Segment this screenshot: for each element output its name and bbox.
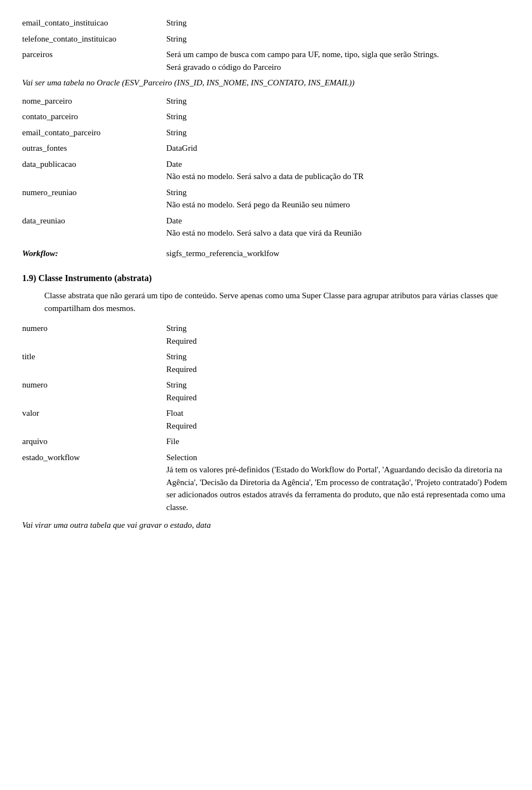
- title-required: Required: [166, 363, 510, 376]
- section-desc: Classe abstrata que não gerará um tipo d…: [44, 289, 510, 314]
- oracle-italic-line: Vai ser uma tabela no Oracle (ESV_Parcei…: [22, 77, 510, 89]
- field-outras-fontes: outras_fontes DataGrid: [22, 142, 510, 155]
- workflow-label: Workflow:: [22, 247, 166, 260]
- field-title: title String Required: [22, 350, 510, 375]
- field-name-contato-parceiro: contato_parceiro: [22, 110, 166, 123]
- field-email-contato-instituicao: email_contato_instituicao String: [22, 17, 510, 29]
- field-name-estado-workflow: estado_workflow: [22, 451, 166, 464]
- field-valor: valor Float Required: [22, 407, 510, 432]
- field-name-numero-reuniao: numero_reuniao: [22, 186, 166, 199]
- field-name-email-parceiro: email_contato_parceiro: [22, 126, 166, 139]
- numero-2-required: Required: [166, 391, 510, 404]
- field-type-outras-fontes: DataGrid: [166, 142, 510, 155]
- field-type-contato-parceiro: String: [166, 110, 510, 123]
- field-desc-numero-reuniao: String Não está no modelo. Será pego da …: [166, 186, 510, 211]
- data-publicacao-note: Não está no modelo. Será salvo a data de…: [166, 170, 510, 183]
- field-estado-workflow: estado_workflow Selection Já tem os valo…: [22, 451, 510, 514]
- field-name-arquivo: arquivo: [22, 435, 166, 448]
- field-telefone-contato-instituicao: telefone_contato_instituicao String: [22, 33, 510, 45]
- field-numero-reuniao: numero_reuniao String Não está no modelo…: [22, 186, 510, 211]
- field-name-telefone: telefone_contato_instituicao: [22, 33, 166, 45]
- section-title-19: 1.9) Classe Instrumento (abstrata): [22, 272, 510, 285]
- bottom-italic-line: Vai virar uma outra tabela que vai grava…: [22, 519, 510, 532]
- field-numero-2: numero String Required: [22, 379, 510, 404]
- field-type-email-parceiro: String: [166, 126, 510, 139]
- field-name-numero-2: numero: [22, 379, 166, 391]
- field-desc-title: String Required: [166, 350, 510, 375]
- valor-required: Required: [166, 420, 510, 432]
- field-name-data-reuniao: data_reuniao: [22, 215, 166, 227]
- field-numero-1: numero String Required: [22, 322, 510, 347]
- estado-workflow-note: Já tem os valores pré-definidos ('Estado…: [166, 463, 510, 513]
- numero-1-required: Required: [166, 335, 510, 348]
- field-parceiros: parceiros Será um campo de busca com cam…: [22, 48, 510, 73]
- field-data-publicacao: data_publicacao Date Não está no modelo.…: [22, 158, 510, 183]
- field-desc-numero-1: String Required: [166, 322, 510, 347]
- field-desc-valor: Float Required: [166, 407, 510, 432]
- parceiros-note: Será gravado o código do Parceiro: [166, 61, 510, 74]
- field-contato-parceiro: contato_parceiro String: [22, 110, 510, 123]
- field-name-parceiros: parceiros: [22, 48, 166, 61]
- field-desc-parceiros: Será um campo de busca com campo para UF…: [166, 48, 510, 73]
- field-type-telefone: String: [166, 33, 510, 45]
- field-name-title: title: [22, 350, 166, 363]
- field-name-valor: valor: [22, 407, 166, 420]
- field-name-outras-fontes: outras_fontes: [22, 142, 166, 155]
- field-desc-data-publicacao: Date Não está no modelo. Será salvo a da…: [166, 158, 510, 183]
- field-desc-numero-2: String Required: [166, 379, 510, 404]
- field-arquivo: arquivo File: [22, 435, 510, 448]
- field-email-contato-parceiro: email_contato_parceiro String: [22, 126, 510, 139]
- field-desc-data-reuniao: Date Não está no modelo. Será salvo a da…: [166, 215, 510, 239]
- field-desc-estado-workflow: Selection Já tem os valores pré-definido…: [166, 451, 510, 514]
- data-reuniao-note: Não está no modelo. Será salvo a data qu…: [166, 227, 510, 239]
- field-name-email-contato-instituicao: email_contato_instituicao: [22, 17, 166, 29]
- numero-reuniao-note: Não está no modelo. Será pego da Reunião…: [166, 198, 510, 211]
- field-type-email-contato-instituicao: String: [166, 17, 510, 29]
- field-data-reuniao: data_reuniao Date Não está no modelo. Se…: [22, 215, 510, 239]
- field-type-arquivo: File: [166, 435, 510, 448]
- workflow-value: sigfs_termo_referencia_worklfow: [166, 247, 510, 260]
- field-name-data-publicacao: data_publicacao: [22, 158, 166, 171]
- field-type-nome-parceiro: String: [166, 95, 510, 108]
- field-name-nome-parceiro: nome_parceiro: [22, 95, 166, 108]
- workflow-row: Workflow: sigfs_termo_referencia_worklfo…: [22, 247, 510, 260]
- field-name-numero-1: numero: [22, 322, 166, 335]
- field-nome-parceiro: nome_parceiro String: [22, 95, 510, 108]
